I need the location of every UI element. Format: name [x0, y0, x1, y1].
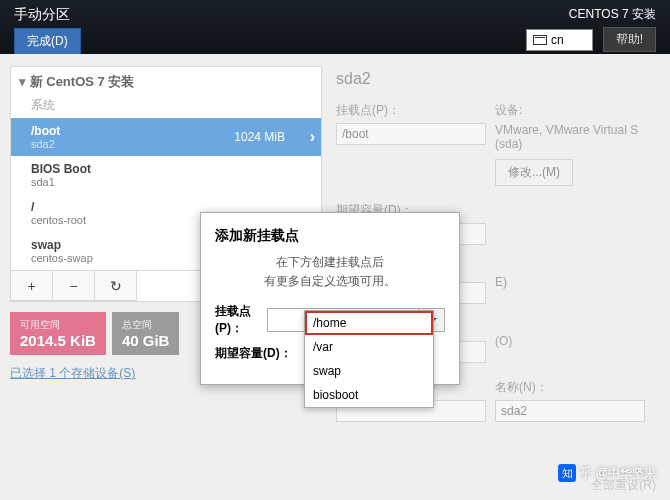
keyboard-layout-selector[interactable]: cn: [526, 29, 593, 51]
zhihu-icon: 知: [558, 464, 576, 482]
mount-option-biosboot[interactable]: biosboot: [305, 383, 433, 407]
mount-option-home[interactable]: /home: [305, 311, 433, 335]
installer-topbar: 手动分区 完成(D) CENTOS 7 安装 cn 帮助!: [0, 0, 670, 54]
watermark: 知 乎 @中华坚果: [558, 464, 656, 482]
installer-name: CENTOS 7 安装: [569, 6, 656, 23]
done-button[interactable]: 完成(D): [14, 28, 81, 55]
keyboard-icon: [533, 35, 547, 45]
mount-option-swap[interactable]: swap: [305, 359, 433, 383]
mount-option-var[interactable]: /var: [305, 335, 433, 359]
main-content: 新 CentOS 7 安装 系统 /bootsda2 1024 MiB BIOS…: [0, 54, 670, 500]
help-button[interactable]: 帮助!: [603, 27, 656, 52]
dialog-mount-label: 挂载点(P)：: [215, 303, 267, 337]
mount-dropdown-list: /home /var swap biosboot: [304, 310, 434, 408]
dialog-title: 添加新挂载点: [215, 227, 445, 245]
page-title: 手动分区: [14, 6, 81, 24]
dialog-capacity-label: 期望容量(D)：: [215, 345, 305, 362]
